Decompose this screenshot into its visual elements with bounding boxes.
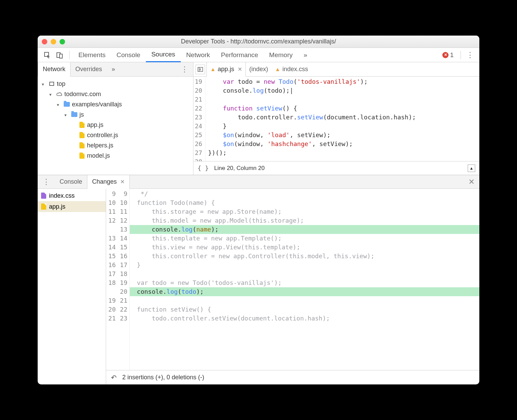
close-icon[interactable]: ✕ <box>238 66 242 73</box>
inspect-element-icon[interactable] <box>43 51 51 59</box>
code-content[interactable]: var todo = new Todo('todos-vanillajs'); … <box>205 77 479 161</box>
show-navigator-button[interactable] <box>196 65 205 74</box>
navigator-tab-overrides[interactable]: Overrides <box>71 62 107 77</box>
diff-view[interactable]: 9910101111121213131414151516161717181819… <box>106 189 479 370</box>
minimize-window-button[interactable] <box>51 39 56 44</box>
error-count-badge[interactable]: 1 <box>442 51 454 59</box>
tree-file[interactable]: helpers.js <box>39 140 192 150</box>
changes-file-list: index.cssapp.js <box>38 189 106 384</box>
tree-domain[interactable]: todomvc.com <box>39 89 192 99</box>
tab-memory[interactable]: Memory <box>264 48 298 62</box>
tab-performance[interactable]: Performance <box>215 48 264 62</box>
source-tab[interactable]: ▲index.css <box>272 62 312 77</box>
pretty-print-button[interactable]: { } <box>198 165 209 172</box>
tab-sources[interactable]: Sources <box>146 48 181 62</box>
file-icon <box>41 193 46 199</box>
tab-console[interactable]: Console <box>111 48 146 62</box>
file-icon <box>41 204 46 210</box>
show-debugger-button[interactable]: ▲ <box>468 165 475 172</box>
changes-summary: 2 insertions (+), 0 deletions (-) <box>122 374 204 381</box>
navigator-menu-button[interactable]: ⋮ <box>176 65 193 74</box>
tree-file[interactable]: model.js <box>39 150 192 161</box>
line-gutter[interactable]: 19202122232425262728 <box>193 77 205 161</box>
tabs-overflow-button[interactable]: » <box>298 48 313 62</box>
error-icon <box>442 52 449 58</box>
tree-folder-js[interactable]: js <box>39 109 192 120</box>
navigator-tabs-overflow[interactable]: » <box>107 62 120 77</box>
tab-network[interactable]: Network <box>181 48 216 62</box>
drawer-menu-button[interactable]: ⋮ <box>38 178 55 186</box>
error-count: 1 <box>450 51 454 59</box>
tree-frame-top[interactable]: top <box>39 79 192 89</box>
diff-content: */ function Todo(name) { this.storage = … <box>130 189 479 370</box>
settings-menu-button[interactable]: ⋮ <box>464 51 476 60</box>
tree-file[interactable]: controller.js <box>39 130 192 140</box>
navigator-tab-network[interactable]: Network <box>38 62 71 77</box>
source-tab[interactable]: ▲app.js✕ <box>206 62 246 77</box>
drawer-tab-changes[interactable]: Changes ✕ <box>87 175 130 189</box>
tree-file[interactable]: app.js <box>39 120 192 130</box>
zoom-window-button[interactable] <box>60 39 65 44</box>
warning-icon: ▲ <box>275 66 280 73</box>
diff-gutter: 9910101111121213131414151516161717181819… <box>106 189 130 370</box>
changes-summary-bar: ↶ 2 insertions (+), 0 deletions (-) <box>106 370 479 384</box>
tree-folder-examples[interactable]: examples/vanillajs <box>39 99 192 109</box>
tab-elements[interactable]: Elements <box>73 48 111 62</box>
changes-file-item[interactable]: app.js <box>38 201 106 212</box>
drawer-tab-console[interactable]: Console <box>55 175 87 189</box>
file-tree: top todomvc.com examples/vanillajs js ap… <box>38 77 193 163</box>
window-title: Developer Tools - http://todomvc.com/exa… <box>38 38 479 45</box>
source-panel: ▲app.js✕(index)▲index.css 19202122232425… <box>193 62 479 175</box>
changes-file-item[interactable]: index.css <box>38 190 106 201</box>
revert-button[interactable]: ↶ <box>111 373 117 382</box>
editor-status-bar: { } Line 20, Column 20 ▲ <box>193 161 479 175</box>
device-toolbar-icon[interactable] <box>55 51 64 59</box>
source-tab[interactable]: (index) <box>246 62 272 77</box>
devtools-window: Developer Tools - http://todomvc.com/exa… <box>38 36 479 384</box>
close-icon[interactable]: ✕ <box>120 179 125 185</box>
drawer: ⋮ Console Changes ✕ ✕ index.cssapp.js 99… <box>38 175 479 384</box>
titlebar[interactable]: Developer Tools - http://todomvc.com/exa… <box>38 36 479 48</box>
source-tabs: ▲app.js✕(index)▲index.css <box>193 62 479 77</box>
cursor-position: Line 20, Column 20 <box>214 165 265 172</box>
close-window-button[interactable] <box>42 39 47 44</box>
navigator-panel: Network Overrides » ⋮ top todomvc.com ex… <box>38 62 193 175</box>
drawer-close-button[interactable]: ✕ <box>464 178 479 186</box>
warning-icon: ▲ <box>210 66 216 73</box>
svg-rect-2 <box>60 54 62 58</box>
code-editor: 19202122232425262728 var todo = new Todo… <box>193 77 479 161</box>
main-toolbar: ElementsConsoleSourcesNetworkPerformance… <box>38 48 479 62</box>
